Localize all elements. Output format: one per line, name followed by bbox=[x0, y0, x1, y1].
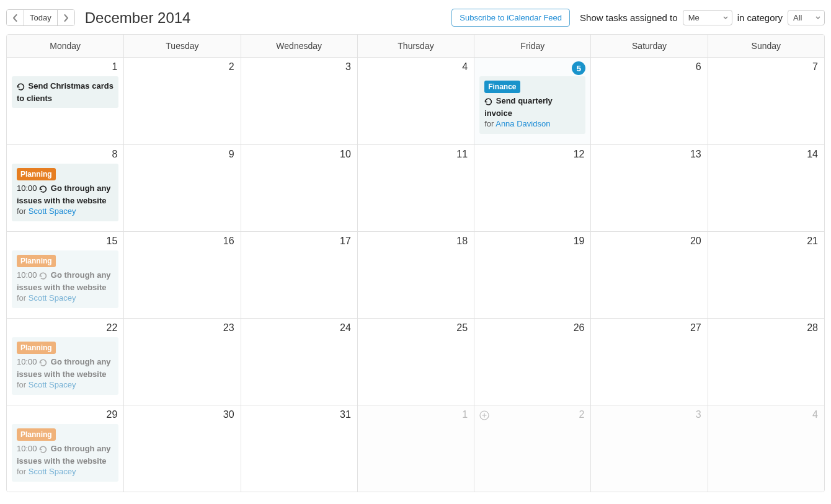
calendar-cell[interactable]: 31 bbox=[241, 405, 357, 492]
calendar-cell[interactable]: 11 bbox=[357, 144, 474, 231]
assignee-link[interactable]: Scott Spacey bbox=[29, 293, 76, 303]
day-number: 8 bbox=[112, 149, 117, 160]
task-card[interactable]: Planning10:00 Go through any issues with… bbox=[12, 164, 118, 221]
weekday-header: Thursday bbox=[357, 35, 474, 58]
calendar-cell[interactable]: 23 bbox=[123, 318, 240, 405]
task-card[interactable]: Planning10:00 Go through any issues with… bbox=[12, 424, 118, 482]
task-assignee-line: for Scott Spacey bbox=[17, 379, 113, 391]
nav-button-group: Today bbox=[6, 9, 75, 26]
task-card[interactable]: Planning10:00 Go through any issues with… bbox=[12, 250, 118, 308]
weekday-header: Tuesday bbox=[123, 35, 240, 58]
assignee-select[interactable]: Me bbox=[683, 10, 732, 25]
weekday-header: Saturday bbox=[590, 35, 707, 58]
day-number: 3 bbox=[696, 409, 701, 420]
day-number: 24 bbox=[340, 322, 351, 334]
calendar-cell[interactable]: 3 bbox=[241, 58, 357, 144]
calendar-cell[interactable]: 7 bbox=[708, 58, 824, 144]
calendar-cell[interactable]: 18 bbox=[357, 231, 474, 318]
assignee-link[interactable]: Anna Davidson bbox=[495, 119, 550, 128]
day-number: 18 bbox=[456, 236, 468, 247]
category-select-value: All bbox=[793, 13, 802, 22]
task-card[interactable]: Finance Send quarterly invoicefor Anna D… bbox=[479, 76, 585, 134]
calendar-cell[interactable]: 1 bbox=[357, 405, 474, 492]
calendar-cell[interactable]: 19 bbox=[474, 231, 590, 318]
chevron-left-icon bbox=[12, 14, 18, 22]
assignee-link[interactable]: Scott Spacey bbox=[29, 206, 76, 216]
day-number: 9 bbox=[229, 149, 234, 160]
day-number: 1 bbox=[112, 61, 117, 73]
day-number: 26 bbox=[574, 322, 585, 334]
add-task-button[interactable] bbox=[479, 410, 489, 420]
day-number: 1 bbox=[462, 409, 468, 420]
calendar-cell[interactable]: 6 bbox=[590, 58, 707, 144]
day-number: 20 bbox=[690, 236, 701, 247]
calendar-cell[interactable]: 24 bbox=[241, 318, 357, 405]
calendar-cell[interactable]: 28 bbox=[708, 318, 824, 405]
calendar-cell[interactable]: 27 bbox=[590, 318, 707, 405]
category-select[interactable]: All bbox=[788, 10, 825, 25]
calendar-cell[interactable]: 25 bbox=[357, 318, 474, 405]
calendar-cell[interactable]: 5Finance Send quarterly invoicefor Anna … bbox=[474, 58, 590, 144]
task-title: Send quarterly invoice bbox=[484, 96, 553, 118]
day-number: 11 bbox=[456, 149, 468, 160]
task-assignee-line: for Scott Spacey bbox=[17, 466, 113, 477]
recurring-icon bbox=[39, 358, 47, 369]
calendar-cell[interactable]: 4 bbox=[357, 58, 474, 144]
task-title: 10:00 Go through any issues with the web… bbox=[17, 444, 111, 466]
task-assignee-line: for Scott Spacey bbox=[17, 293, 113, 304]
subscribe-button[interactable]: Subscribe to iCalendar Feed bbox=[451, 9, 570, 27]
calendar-cell[interactable]: 2 bbox=[123, 58, 240, 144]
calendar-cell[interactable]: 14 bbox=[708, 144, 824, 231]
day-number: 28 bbox=[807, 322, 818, 334]
next-month-button[interactable] bbox=[57, 10, 74, 25]
day-number: 23 bbox=[223, 322, 234, 334]
task-title: 10:00 Go through any issues with the web… bbox=[17, 357, 111, 379]
calendar-cell[interactable]: 20 bbox=[590, 231, 707, 318]
calendar: MondayTuesdayWednesdayThursdayFridaySatu… bbox=[6, 34, 825, 492]
calendar-cell[interactable]: 2 bbox=[474, 405, 590, 492]
category-tag: Planning bbox=[17, 168, 56, 180]
filter-prefix-label: Show tasks assigned to bbox=[580, 12, 678, 23]
day-number: 22 bbox=[106, 322, 117, 334]
calendar-cell[interactable]: 15Planning10:00 Go through any issues wi… bbox=[7, 231, 123, 318]
weekday-header: Wednesday bbox=[241, 35, 357, 58]
task-title: 10:00 Go through any issues with the web… bbox=[17, 270, 111, 292]
calendar-cell[interactable]: 26 bbox=[474, 318, 590, 405]
today-button[interactable]: Today bbox=[24, 10, 57, 25]
task-card[interactable]: Send Christmas cards to clients bbox=[12, 76, 118, 108]
calendar-cell[interactable]: 10 bbox=[241, 144, 357, 231]
task-card[interactable]: Planning10:00 Go through any issues with… bbox=[12, 337, 118, 395]
calendar-cell[interactable]: 12 bbox=[474, 144, 590, 231]
day-number: 15 bbox=[106, 236, 117, 247]
caret-down-icon bbox=[723, 16, 728, 20]
calendar-cell[interactable]: 17 bbox=[241, 231, 357, 318]
day-number: 10 bbox=[340, 149, 351, 160]
recurring-icon bbox=[484, 97, 492, 108]
weekday-header: Friday bbox=[474, 35, 590, 58]
day-number: 29 bbox=[106, 409, 117, 420]
calendar-cell[interactable]: 13 bbox=[590, 144, 707, 231]
prev-month-button[interactable] bbox=[7, 10, 24, 25]
category-tag: Planning bbox=[17, 342, 56, 354]
category-tag: Planning bbox=[17, 255, 56, 267]
day-number: 12 bbox=[574, 149, 585, 160]
calendar-cell[interactable]: 8Planning10:00 Go through any issues wit… bbox=[7, 144, 123, 231]
calendar-cell[interactable]: 3 bbox=[590, 405, 707, 492]
day-number: 13 bbox=[690, 149, 701, 160]
calendar-cell[interactable]: 30 bbox=[123, 405, 240, 492]
calendar-cell[interactable]: 22Planning10:00 Go through any issues wi… bbox=[7, 318, 123, 405]
calendar-cell[interactable]: 16 bbox=[123, 231, 240, 318]
calendar-cell[interactable]: 4 bbox=[708, 405, 824, 492]
day-number: 4 bbox=[812, 409, 818, 420]
assignee-link[interactable]: Scott Spacey bbox=[29, 467, 76, 476]
day-number-today: 5 bbox=[572, 61, 585, 75]
calendar-cell[interactable]: 1 Send Christmas cards to clients bbox=[7, 58, 123, 144]
calendar-cell[interactable]: 21 bbox=[708, 231, 824, 318]
calendar-body: 1 Send Christmas cards to clients2345Fin… bbox=[7, 58, 824, 492]
day-number: 6 bbox=[696, 61, 701, 73]
calendar-cell[interactable]: 29Planning10:00 Go through any issues wi… bbox=[7, 405, 123, 492]
calendar-cell[interactable]: 9 bbox=[123, 144, 240, 231]
recurring-icon bbox=[39, 444, 47, 456]
day-number: 7 bbox=[812, 61, 818, 73]
assignee-link[interactable]: Scott Spacey bbox=[29, 380, 76, 389]
